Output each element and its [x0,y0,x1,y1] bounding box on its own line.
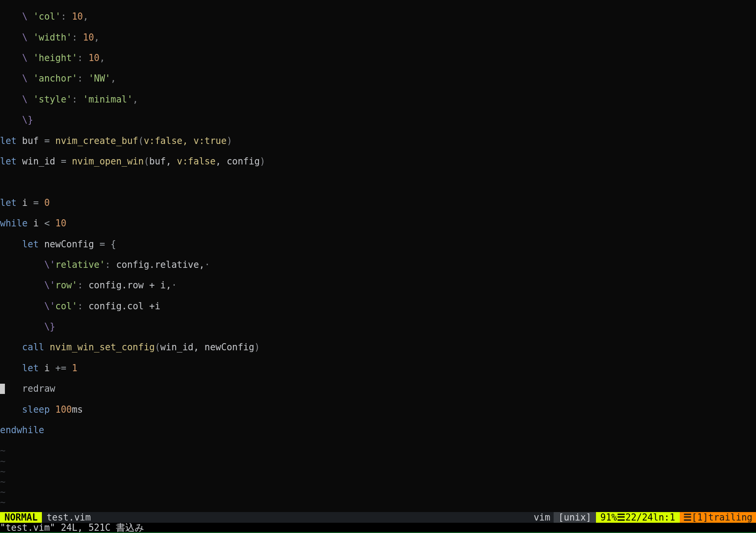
line-count: 22/24 [625,512,653,523]
cursor [0,384,5,394]
code-line-cursor: redraw [0,384,756,394]
code-line: \'relative': config.relative,· [0,260,756,270]
empty-line-tilde: ~ [0,446,756,456]
warning-icon: ☰ [683,512,692,523]
empty-line-tilde: ~ [0,467,756,477]
code-line: \ 'col': 10, [0,12,756,22]
code-line: \} [0,115,756,125]
trailing-whitespace-warning: ☰ [1]trailing [680,512,756,523]
percent: 91% [600,512,617,523]
code-line: \ 'width': 10, [0,33,756,43]
file-encoding: [unix] [554,512,596,523]
code-line: let i += 1 [0,363,756,373]
command-line[interactable]: "test.vim" 24L, 521C 書込み [0,523,756,533]
code-line: call nvim_win_set_config(win_id, newConf… [0,342,756,353]
empty-line-tilde: ~ [0,456,756,467]
ln-label: ln [653,512,664,523]
status-line: NORMAL test.vim vim [unix] 91% ☰ 22/24 l… [0,512,756,523]
code-line: \ 'anchor': 'NW', [0,74,756,84]
code-line: let i = 0 [0,198,756,208]
filetype: vim [530,512,554,523]
code-line: while i < 10 [0,218,756,229]
code-line: let buf = nvim_create_buf(v:false, v:tru… [0,136,756,146]
filename: test.vim [42,512,94,523]
code-line: let newConfig = { [0,239,756,250]
separator-icon: ☰ [617,512,625,523]
column-number: 1 [670,512,675,523]
empty-line-tilde: ~ [0,477,756,487]
code-line: \ 'height': 10, [0,53,756,63]
code-line: \} [0,322,756,332]
code-line: let win_id = nvim_open_win(buf, v:false,… [0,156,756,167]
mode-indicator: NORMAL [0,512,42,523]
code-line: sleep 100ms [0,405,756,415]
code-line [0,177,756,187]
code-line: \'col': config.col +i [0,301,756,312]
empty-line-tilde: ~ [0,497,756,508]
editor-buffer[interactable]: \ 'col': 10, \ 'width': 10, \ 'height': … [0,0,756,512]
code-line: \ 'style': 'minimal', [0,94,756,105]
code-line: endwhile [0,425,756,435]
colon: : [664,512,670,523]
empty-line-tilde: ~ [0,487,756,497]
position-indicator: 91% ☰ 22/24 ln : 1 [596,512,680,523]
code-line: \'row': config.row + i,· [0,280,756,291]
warning-text: [1]trailing [692,512,752,523]
